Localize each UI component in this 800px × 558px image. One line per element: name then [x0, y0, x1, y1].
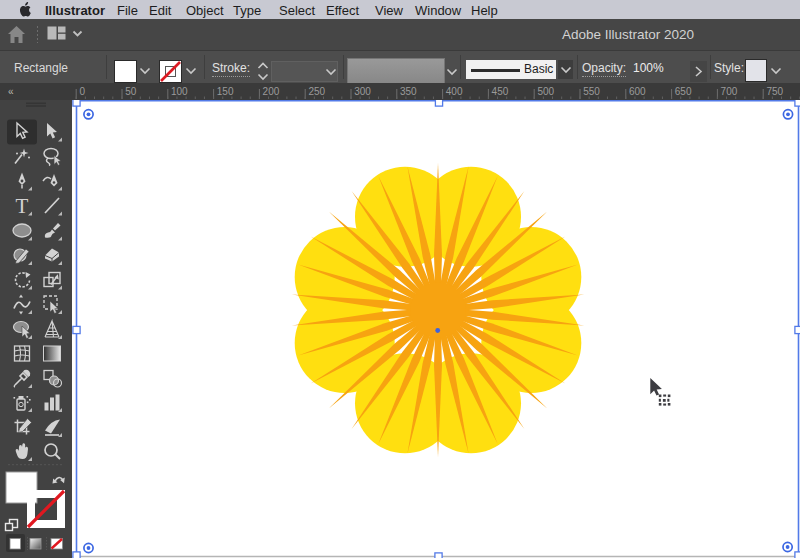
svg-text:400: 400 [446, 86, 463, 97]
svg-text:500: 500 [537, 86, 554, 97]
svg-text:150: 150 [217, 86, 234, 97]
svg-text:550: 550 [583, 86, 600, 97]
svg-text:0: 0 [79, 86, 85, 97]
svg-text:450: 450 [492, 86, 509, 97]
svg-text:200: 200 [263, 86, 280, 97]
svg-text:250: 250 [308, 86, 325, 97]
svg-text:650: 650 [675, 86, 692, 97]
svg-text:600: 600 [629, 86, 646, 97]
svg-text:350: 350 [400, 86, 417, 97]
svg-text:50: 50 [125, 86, 137, 97]
svg-text:300: 300 [354, 86, 371, 97]
svg-text:700: 700 [721, 86, 738, 97]
svg-text:750: 750 [766, 86, 783, 97]
svg-text:T: T [16, 194, 29, 218]
svg-text:«: « [8, 86, 14, 97]
svg-text:100: 100 [171, 86, 188, 97]
